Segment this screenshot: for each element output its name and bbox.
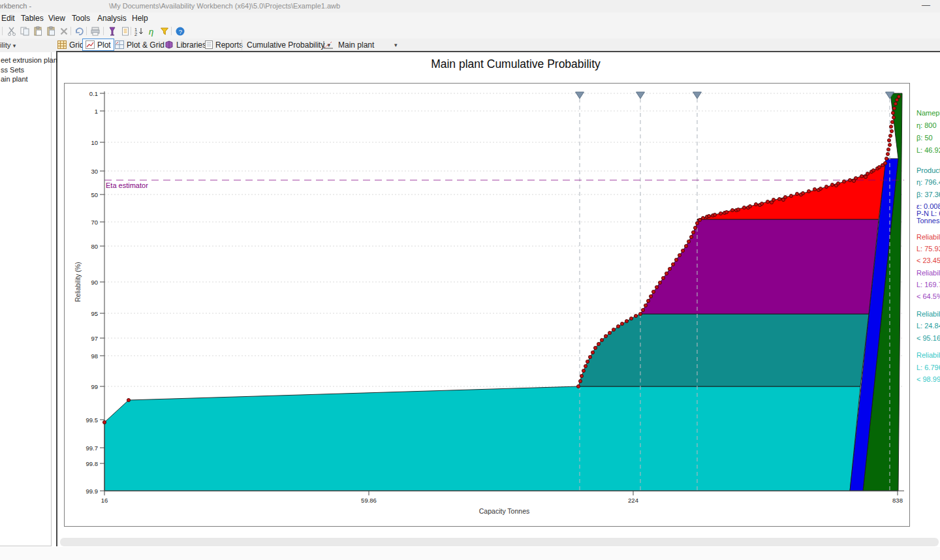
plot-selector-combobox[interactable]: Main plant (338, 39, 401, 50)
print-icon[interactable] (90, 26, 101, 37)
titlebar: Workbench - \My Documents\Availability W… (0, 0, 940, 12)
sort-icon[interactable]: 12 (134, 26, 144, 37)
chart-frame (64, 83, 910, 527)
plot-style-button[interactable] (322, 39, 334, 50)
toolbar: 12 η ? (0, 25, 940, 39)
legend-reliability-purple-line: L: 169.7 T (916, 281, 940, 288)
legend-production-title: Production (916, 166, 940, 174)
paste-special-icon[interactable] (46, 26, 56, 37)
menu-tables[interactable]: Tables (21, 14, 44, 23)
sidebar-item-sheet-extrusion-plant[interactable]: eet extrusion plant (1, 56, 59, 64)
tab-plot-and-grid[interactable]: Plot & Grid (115, 39, 164, 50)
legend-reliability-red-title: Reliability (916, 233, 940, 241)
tabstrip: ility ▾ Grid Plot Plot & Grid Libraries … (0, 39, 940, 52)
legend-production-line: β: 37.36 (916, 191, 940, 198)
legend-nameplate-title: Nameplate (916, 109, 940, 117)
pane-header-label: ility (0, 41, 11, 49)
x-axis-title: Capacity Tonnes (104, 507, 904, 515)
menu-tools[interactable]: Tools (72, 14, 90, 23)
tab-libraries[interactable]: Libraries (164, 39, 206, 50)
legend-reliability-purple-line: < 64.5% (916, 292, 940, 300)
eta-icon[interactable]: η (146, 26, 157, 37)
legend-reliability-cyan-line: < 98.99% (916, 375, 940, 383)
plot-grid-icon (115, 40, 124, 49)
menu-help[interactable]: Help (132, 14, 148, 23)
svg-text:2: 2 (134, 31, 137, 37)
toolbar-separator (70, 27, 71, 35)
plot-selector-value: Main plant (338, 40, 374, 50)
legend-reliability-red-line: < 23.45% (916, 257, 940, 264)
pane-header-dropdown[interactable]: ility ▾ (0, 41, 16, 49)
svg-text:?: ? (179, 28, 182, 35)
menubar: Edit Tables View Tools Analysis Help (0, 12, 940, 25)
flask-icon[interactable] (107, 26, 118, 37)
libraries-book-icon (164, 40, 174, 49)
legend-reliability-teal-title: Reliability (916, 310, 940, 318)
window-title: Workbench - (0, 2, 31, 10)
toolbar-separator (131, 27, 131, 35)
chevron-down-icon[interactable]: ▾ (394, 39, 398, 50)
menu-edit[interactable]: Edit (1, 14, 15, 23)
legend-reliability-teal-line: L: 24.84 T (916, 322, 940, 330)
tab-label: Reports (215, 40, 243, 50)
menu-analysis[interactable]: Analysis (97, 14, 127, 23)
cumulative-plot-icon (322, 40, 334, 50)
grid-icon (57, 40, 67, 49)
plot-type-dropdown[interactable]: Cumulative Probability ▾ (247, 39, 330, 50)
undo-icon[interactable] (74, 26, 84, 37)
menu-view[interactable]: View (48, 14, 65, 23)
toolbar-separator (2, 27, 3, 35)
plot-type-label: Cumulative Probability (247, 40, 324, 50)
tab-reports[interactable]: Reports (205, 39, 243, 50)
tab-label: Libraries (176, 40, 206, 50)
document-path: \My Documents\Availability Workbench (x6… (109, 2, 340, 10)
cut-icon[interactable] (7, 26, 17, 37)
tab-label: Plot (97, 40, 111, 50)
document-icon[interactable] (120, 26, 131, 37)
legend-nameplate-line: η: 800 (916, 121, 937, 129)
legend-reliability-teal-line: < 95.16% (916, 334, 940, 342)
window-bottom-strip (0, 547, 940, 560)
delete-icon[interactable] (59, 26, 69, 37)
legend-reliability-cyan-line: L: 6.796 T (916, 364, 940, 371)
copy-icon[interactable] (20, 26, 30, 37)
tab-plot[interactable]: Plot (82, 39, 114, 51)
reports-icon (205, 40, 213, 49)
plot-icon (86, 40, 95, 49)
toolbar-separator (86, 27, 87, 35)
chevron-down-icon: ▾ (13, 42, 16, 49)
sidebar-item-process-sets[interactable]: ss Sets (1, 66, 24, 74)
legend-nameplate-line: β: 50 (916, 134, 933, 142)
sidebar-item-main-plant[interactable]: ain plant (1, 75, 28, 83)
horizontal-scrollbar[interactable] (60, 538, 939, 546)
tab-label: Plot & Grid (127, 40, 164, 50)
filter-icon[interactable] (159, 26, 170, 37)
sidebar-tree: eet extrusion plant ss Sets ain plant (0, 52, 52, 546)
legend-production-line: η: 796.4 (916, 178, 940, 186)
toolbar-separator (171, 27, 172, 35)
eta-estimator-label: Eta estimator (106, 181, 148, 189)
legend-reliability-purple-title: Reliability (916, 269, 940, 277)
paste-icon[interactable] (33, 26, 43, 37)
legend-reliability-red-line: L: 75.93 T (916, 245, 940, 253)
chart-title: Main plant Cumulative Probability (258, 57, 774, 71)
legend-reliability-cyan-title: Reliability (916, 351, 940, 359)
legend-nameplate-line: L: 46.92 T (916, 146, 940, 154)
tabstrip-separator (242, 40, 242, 50)
minimize-button[interactable]: — (922, 0, 930, 10)
svg-text:η: η (149, 27, 153, 37)
tab-grid[interactable]: Grid (57, 39, 84, 50)
legend-production-line: Tonnes (916, 217, 939, 225)
toolbar-separator (103, 27, 104, 35)
help-icon[interactable]: ? (175, 26, 185, 37)
y-axis-title: Reliability (%) (74, 259, 82, 305)
